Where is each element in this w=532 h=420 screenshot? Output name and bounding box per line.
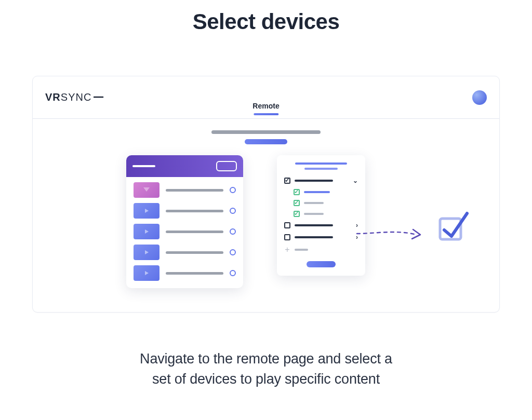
- illustration-stage: VRSYNC Remote: [32, 76, 500, 313]
- thumbnail-icon: [134, 245, 159, 260]
- logo-sync: SYNC: [61, 91, 92, 103]
- thumbnail-icon: [134, 203, 159, 219]
- row-label: [295, 224, 333, 226]
- content-label: [166, 272, 223, 275]
- app-header: VRSYNC Remote: [33, 76, 499, 119]
- content-row[interactable]: [134, 182, 236, 198]
- header-box: [216, 161, 237, 171]
- placeholder-bar: [211, 130, 321, 134]
- active-tab[interactable]: Remote: [252, 102, 279, 115]
- radio-icon[interactable]: [230, 228, 236, 235]
- group-row[interactable]: ⌄: [284, 177, 358, 184]
- content-label: [166, 210, 223, 212]
- row-label: [295, 236, 333, 238]
- header-line: [132, 165, 155, 167]
- header-placeholder: [211, 130, 321, 144]
- logo-vr: VR: [45, 91, 61, 103]
- content-row[interactable]: [134, 265, 236, 281]
- tab-label: Remote: [252, 102, 279, 110]
- group-row[interactable]: ›: [284, 234, 358, 241]
- thumbnail-icon: [134, 182, 159, 198]
- device-row[interactable]: [284, 189, 358, 195]
- devices-panel: ⌄: [277, 155, 365, 276]
- panel-action-button[interactable]: [307, 261, 336, 267]
- checkbox-icon[interactable]: [284, 178, 290, 184]
- tab-underline: [254, 113, 278, 115]
- content-row[interactable]: [134, 245, 236, 260]
- content-label: [166, 231, 223, 233]
- logo: VRSYNC: [45, 91, 107, 103]
- page-title: Select devices: [193, 9, 340, 34]
- group-row[interactable]: ›: [284, 222, 358, 229]
- row-label: [295, 180, 333, 182]
- big-check-icon: [437, 208, 473, 245]
- device-row[interactable]: [284, 200, 358, 206]
- dashed-arrow-icon: [355, 225, 428, 246]
- row-label: [304, 213, 324, 215]
- checkbox-icon[interactable]: [284, 222, 290, 228]
- checkbox-icon[interactable]: [284, 234, 290, 240]
- content-label: [166, 189, 223, 192]
- plus-icon[interactable]: +: [284, 246, 290, 254]
- row-label: [304, 191, 330, 193]
- checkbox-icon[interactable]: [294, 200, 300, 206]
- content-label: [166, 251, 223, 254]
- add-row[interactable]: +: [284, 246, 358, 254]
- row-label: [304, 202, 324, 204]
- app-body: ⌄: [33, 119, 499, 312]
- content-panel: [126, 155, 243, 288]
- radio-icon[interactable]: [230, 208, 236, 214]
- device-row[interactable]: [284, 211, 358, 217]
- chevron-down-icon[interactable]: ⌄: [353, 177, 358, 184]
- placeholder-pill: [245, 139, 287, 144]
- radio-icon[interactable]: [230, 249, 236, 255]
- radio-icon[interactable]: [230, 187, 236, 193]
- content-row[interactable]: [134, 203, 236, 219]
- logo-loop-icon: [94, 91, 107, 103]
- caption-line: set of devices to play specific content: [140, 369, 392, 389]
- caption-line: Navigate to the remote page and select a: [140, 349, 392, 369]
- panel-subtitle-line: [304, 168, 338, 170]
- thumbnail-icon: [134, 265, 159, 281]
- row-label: [295, 249, 308, 251]
- thumbnail-icon: [134, 224, 159, 239]
- caption: Navigate to the remote page and select a…: [140, 349, 392, 389]
- checkbox-icon[interactable]: [294, 189, 300, 195]
- content-row[interactable]: [134, 224, 236, 239]
- panel-title-line: [295, 162, 347, 165]
- radio-icon[interactable]: [230, 270, 236, 276]
- checkbox-icon[interactable]: [294, 211, 300, 217]
- avatar[interactable]: [472, 90, 487, 105]
- content-panel-header: [126, 155, 243, 177]
